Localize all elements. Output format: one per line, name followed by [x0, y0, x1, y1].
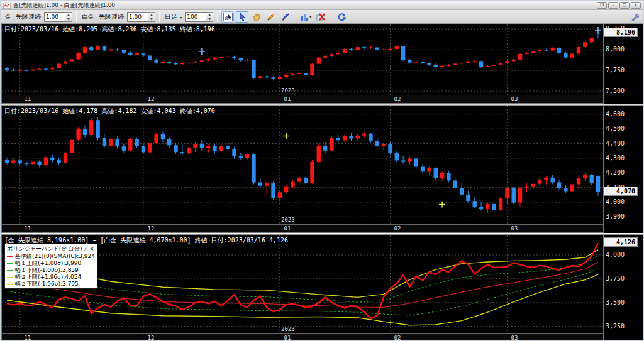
- platinum-candlestick-chart[interactable]: [2, 106, 603, 224]
- settings-wrench-icon[interactable]: [631, 12, 639, 24]
- gold-spinner-arrows[interactable]: ▲▼: [65, 12, 72, 22]
- legend-item-label: 幅２下限(-1.96σ):3,795: [15, 281, 79, 288]
- platinum-ohlc-header: 日付:2023/03/16 始値:4,178 高値:4,182 安値:4,043…: [4, 107, 215, 116]
- minimize-button[interactable]: –: [608, 2, 618, 9]
- x-axis-month-label: 02: [394, 225, 401, 232]
- legend-item-label: 幅２上限(+1.96σ):4,054: [15, 274, 81, 281]
- gold-multiplier-spinner[interactable]: ▲▼: [44, 12, 72, 22]
- period-count-spinner[interactable]: ▲▼: [185, 12, 213, 22]
- legend-title: ボリンジャーバンド(金 白金) △ ×: [7, 245, 95, 253]
- quill-icon: [281, 13, 290, 21]
- gold-x-axis: 1112010203: [2, 95, 603, 103]
- x-axis-month-label: 01: [284, 225, 291, 232]
- toolbar-separator: [159, 12, 160, 22]
- indicator-chart-button[interactable]: [300, 11, 313, 23]
- y-axis-label: 4,000: [606, 198, 625, 205]
- x-axis-month-label: 11: [25, 96, 31, 102]
- toolbar-separator: [76, 12, 77, 22]
- chart-cursor-tool-button[interactable]: [221, 11, 234, 23]
- title-bar[interactable]: 金[先限連続]1.00 - 白金[先限連続]1.00 ❐ – □ ×: [1, 1, 643, 10]
- quill-tool-button[interactable]: [279, 11, 292, 23]
- gold-multiplier-input[interactable]: [44, 12, 65, 22]
- gold-chart-panel: 日付:2023/03/16 始値:8,205 高値:8,236 安値:8,135…: [1, 24, 643, 104]
- legend-collapse-icon[interactable]: △: [84, 246, 88, 252]
- legend-close-icon[interactable]: ×: [90, 246, 94, 252]
- chart-cursor-icon: [223, 13, 233, 21]
- select-arrow-icon: [238, 13, 246, 21]
- legend-line-swatch: [7, 263, 13, 264]
- hand-pan-tool-button[interactable]: [250, 11, 263, 23]
- x-axis-month-label: 12: [148, 335, 155, 341]
- gold-ohlc-header: 日付:2023/03/16 始値:8,205 高値:8,236 安値:8,135…: [4, 25, 215, 34]
- pencil-tool-button[interactable]: [265, 11, 277, 23]
- y-axis-label: 3,250: [606, 323, 625, 330]
- x-axis-month-label: 03: [511, 96, 518, 102]
- legend-item: 幅１上限(+1.00σ):3,990: [7, 260, 95, 267]
- y-axis-label: 3,900: [606, 213, 625, 220]
- gold-series-label: 先限連続: [16, 13, 41, 21]
- select-arrow-tool-button[interactable]: [236, 11, 248, 23]
- y-axis-label: 8,000: [606, 46, 625, 53]
- legend-item-label: 幅１下限(-1.00σ):3,859: [15, 267, 79, 274]
- x-axis-month-label: 02: [394, 96, 401, 102]
- toolbar: 金 先限連続 ▲▼ 白金 先限連続 ▲▼ 日足 ▾ ▲▼: [1, 10, 643, 24]
- last-price-badge: 8,196: [604, 28, 638, 37]
- last-price-badge: 4,126: [604, 237, 638, 247]
- period-count-input[interactable]: [185, 12, 206, 22]
- y-axis-label: 3,750: [606, 275, 625, 282]
- gold-plot-area[interactable]: 日付:2023/03/16 始値:8,205 高値:8,236 安値:8,135…: [1, 24, 604, 104]
- x-axis-year-label: 2023: [281, 217, 295, 223]
- legend-item-label: 基準線(21)(0)(SMA)(C):3,924: [15, 253, 95, 260]
- x-axis-month-label: 11: [25, 335, 31, 341]
- toolbar-separator: [296, 12, 296, 22]
- legend-line-swatch: [7, 270, 13, 271]
- x-axis-month-label: 01: [284, 96, 291, 102]
- x-axis-month-label: 12: [148, 96, 155, 102]
- period-spinner-arrows[interactable]: ▲▼: [206, 12, 213, 22]
- legend-item: 幅２下限(-1.96σ):3,795: [7, 281, 95, 288]
- close-button[interactable]: ×: [631, 2, 641, 9]
- toolbar-separator: [217, 12, 218, 22]
- pencil-icon: [267, 13, 275, 21]
- y-axis-label: 7,500: [606, 87, 625, 94]
- gold-candlestick-chart[interactable]: [2, 24, 603, 95]
- delete-drawing-button[interactable]: [314, 11, 327, 23]
- platinum-chart-panel: 日付:2023/03/16 始値:4,178 高値:4,182 安値:4,043…: [1, 106, 643, 233]
- hand-pan-icon: [252, 13, 261, 21]
- period-dropdown[interactable]: 日足 ▾: [165, 13, 182, 21]
- delete-drawing-icon: [316, 13, 326, 21]
- legend-item: 基準線(21)(0)(SMA)(C):3,924: [7, 253, 95, 260]
- y-axis-label: 4,400: [606, 140, 625, 147]
- legend-item: 幅１下限(-1.00σ):3,859: [7, 267, 95, 274]
- legend-item-label: 幅１上限(+1.00σ):3,990: [15, 260, 81, 267]
- platinum-multiplier-input[interactable]: [127, 12, 148, 22]
- toolbar-separator: [331, 12, 331, 22]
- x-axis-month-label: 01: [284, 335, 291, 341]
- spread-plot-area[interactable]: [金 先限連続 8,196×1.00] − [白金 先限連続 4,070×1.0…: [1, 235, 604, 341]
- legend-item: 幅２上限(+1.96σ):4,054: [7, 274, 95, 281]
- platinum-series-label: 先限連続: [99, 13, 124, 21]
- gold-price-axis[interactable]: 8,2508,0007,7507,5008,196: [604, 24, 639, 104]
- x-axis-year-label: 2023: [281, 326, 295, 332]
- bollinger-legend: ボリンジャーバンド(金 白金) △ × 基準線(21)(0)(SMA)(C):3…: [4, 244, 97, 289]
- platinum-x-axis: 1112010203: [2, 224, 603, 232]
- spread-price-axis[interactable]: 4,0003,7503,5003,2504,126: [604, 235, 639, 341]
- platinum-spinner-arrows[interactable]: ▲▼: [148, 12, 155, 22]
- legend-line-swatch: [7, 284, 13, 285]
- platinum-plot-area[interactable]: 日付:2023/03/16 始値:4,178 高値:4,182 安値:4,043…: [1, 106, 604, 233]
- y-axis-label: 4,000: [606, 251, 625, 258]
- app-chart-icon: [3, 0, 11, 11]
- refresh-button[interactable]: R: [335, 11, 348, 23]
- y-axis-label: 4,300: [606, 154, 625, 161]
- bar-chart-icon: [301, 13, 312, 21]
- maximize-button[interactable]: □: [619, 2, 630, 9]
- platinum-multiplier-spinner[interactable]: ▲▼: [127, 12, 155, 22]
- platinum-price-axis[interactable]: 4,6004,5004,4004,3004,2004,1004,0003,900…: [604, 106, 639, 233]
- y-axis-label: 4,200: [606, 169, 625, 176]
- gold-label: 金: [5, 13, 11, 21]
- cascade-window-button[interactable]: ❐: [597, 2, 607, 9]
- spread-chart-panel: [金 先限連続 8,196×1.00] − [白金 先限連続 4,070×1.0…: [1, 235, 643, 341]
- x-axis-year-label: 2023: [281, 87, 295, 94]
- x-axis-month-label: 12: [148, 225, 155, 232]
- refresh-icon: R: [337, 13, 347, 21]
